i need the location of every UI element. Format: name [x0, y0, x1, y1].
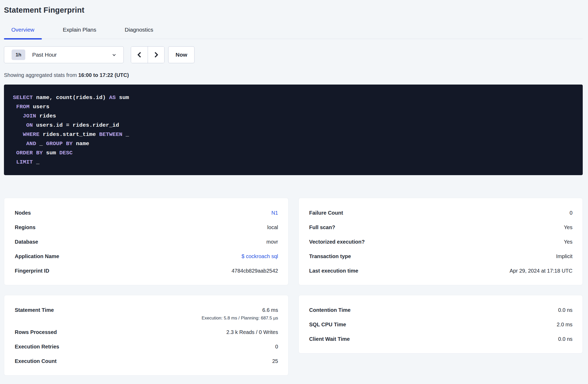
row-label: Full scan? — [309, 224, 335, 231]
row-value: 0 — [275, 343, 278, 350]
tab-explain-plans[interactable]: Explain Plans — [56, 27, 104, 39]
time-range-select[interactable]: 1h Past Hour — [4, 46, 124, 63]
row-label: Execution Retries — [15, 343, 59, 350]
next-time-button[interactable] — [148, 47, 164, 63]
row-label: Last execution time — [309, 267, 358, 274]
sql-token: _ — [36, 141, 46, 147]
sql-token: name — [73, 141, 89, 147]
sql-token: name, count(rides.id) — [33, 95, 109, 101]
sql-token: _ — [33, 159, 39, 165]
details-cards-row: Nodes N1 Regions local Database movr App… — [4, 198, 583, 285]
sql-token: BETWEEN — [99, 131, 122, 137]
caption-prefix: Showing aggregated stats from — [4, 72, 78, 78]
sql-token — [13, 150, 16, 156]
caption-time-range: 16:00 to 17:22 (UTC) — [78, 72, 129, 78]
row-value: Implicit — [556, 253, 572, 260]
row-label: Transaction type — [309, 253, 351, 260]
aggregated-stats-caption: Showing aggregated stats from 16:00 to 1… — [4, 72, 583, 78]
detail-row-last-execution-time: Last execution time Apr 29, 2024 at 17:1… — [309, 267, 573, 274]
chevron-right-icon — [153, 51, 159, 58]
row-value: 0.0 ns — [558, 335, 572, 343]
sql-token: JOIN — [23, 113, 36, 119]
tab-overview[interactable]: Overview — [4, 27, 42, 39]
row-value: local — [267, 224, 278, 231]
stats-cards-row: Statement Time 6.6 ms Execution: 5.8 ms … — [4, 295, 583, 376]
sql-token: sum — [116, 95, 129, 101]
time-range-label: Past Hour — [32, 52, 112, 58]
detail-row-failure-count: Failure Count 0 — [309, 209, 573, 216]
sql-token: rides — [36, 113, 56, 119]
time-toolbar: 1h Past Hour Now — [4, 46, 583, 63]
detail-row-regions: Regions local — [15, 224, 278, 231]
row-label: Client Wait Time — [309, 335, 350, 343]
timing-stats-card: Contention Time 0.0 ns SQL CPU Time 2.0 … — [298, 295, 583, 353]
sql-line: FROM users — [13, 102, 574, 111]
detail-row-vectorized: Vectorized execution? Yes — [309, 238, 573, 245]
sql-token — [13, 104, 16, 110]
sql-token — [13, 159, 16, 165]
row-value: 0.0 ns — [558, 306, 572, 314]
row-label: Regions — [15, 224, 36, 231]
row-label: Statement Time — [15, 306, 54, 314]
chevron-down-icon — [112, 52, 117, 57]
row-value: Yes — [564, 238, 572, 245]
now-button[interactable]: Now — [168, 46, 195, 63]
row-label: Fingerprint ID — [15, 267, 49, 274]
row-label: Application Name — [15, 253, 59, 260]
sql-line: ORDER BY sum DESC — [13, 148, 574, 157]
row-label: Database — [15, 238, 38, 245]
row-value: 2.3 k Reads / 0 Writes — [226, 328, 278, 336]
row-label: Contention Time — [309, 306, 351, 314]
row-value: 2.0 ms — [557, 321, 572, 328]
row-label: Nodes — [15, 209, 31, 216]
chevron-left-icon — [136, 51, 143, 58]
time-range-badge: 1h — [12, 50, 25, 60]
sql-token: AND — [26, 141, 36, 147]
sql-token — [13, 113, 23, 119]
row-value: 4784cb829aab2542 — [232, 267, 278, 274]
sql-token: SELECT — [13, 95, 33, 101]
statement-fingerprint-page: Statement Fingerprint Overview Explain P… — [0, 0, 588, 376]
time-nav-button-group — [131, 46, 165, 63]
value-stack: 6.6 ms Execution: 5.8 ms / Planning: 687… — [202, 306, 278, 321]
sql-token: rides.start_time — [39, 131, 99, 137]
row-label: Rows Processed — [15, 328, 57, 336]
sql-line: ON users.id = rides.rider_id — [13, 121, 574, 130]
row-value: 25 — [272, 357, 278, 365]
application-name-link[interactable]: $ cockroach sql — [242, 253, 278, 260]
sql-line: WHERE rides.start_time BETWEEN _ — [13, 130, 574, 139]
sql-token: ORDER BY — [16, 150, 43, 156]
stat-row-client-wait-time: Client Wait Time 0.0 ns — [309, 335, 573, 343]
sql-line: LIMIT _ — [13, 157, 574, 167]
prev-time-button[interactable] — [131, 47, 148, 63]
tab-bar: Overview Explain Plans Diagnostics — [4, 27, 583, 39]
sql-token: AS — [109, 95, 116, 101]
detail-row-full-scan: Full scan? Yes — [309, 224, 573, 231]
stat-row-contention-time: Contention Time 0.0 ns — [309, 306, 573, 314]
sql-token: DESC — [59, 150, 72, 156]
sql-token: ON — [26, 122, 33, 128]
row-value: 6.6 ms — [262, 306, 278, 314]
row-value: movr — [266, 238, 278, 245]
stat-row-statement-time: Statement Time 6.6 ms Execution: 5.8 ms … — [15, 306, 278, 321]
detail-row-database: Database movr — [15, 238, 278, 245]
execution-stats-card: Statement Time 6.6 ms Execution: 5.8 ms … — [4, 295, 288, 376]
row-label: Execution Count — [15, 357, 57, 365]
stat-row-sql-cpu-time: SQL CPU Time 2.0 ms — [309, 321, 573, 328]
sql-token: WHERE — [23, 131, 39, 137]
row-label: SQL CPU Time — [309, 321, 346, 328]
row-value: 0 — [570, 209, 572, 216]
tab-diagnostics[interactable]: Diagnostics — [117, 27, 161, 39]
sql-token: users.id = rides.rider_id — [33, 122, 119, 128]
sql-line: SELECT name, count(rides.id) AS sum — [13, 93, 574, 102]
detail-row-fingerprint-id: Fingerprint ID 4784cb829aab2542 — [15, 267, 278, 274]
row-label: Failure Count — [309, 209, 343, 216]
nodes-link[interactable]: N1 — [271, 209, 278, 216]
statement-details-card: Nodes N1 Regions local Database movr App… — [4, 198, 288, 285]
row-value: Apr 29, 2024 at 17:18 UTC — [510, 267, 572, 274]
sql-token: GROUP BY — [46, 141, 73, 147]
sql-line: JOIN rides — [13, 111, 574, 121]
detail-row-application-name: Application Name $ cockroach sql — [15, 253, 278, 260]
sql-token — [13, 131, 23, 137]
detail-row-nodes: Nodes N1 — [15, 209, 278, 216]
